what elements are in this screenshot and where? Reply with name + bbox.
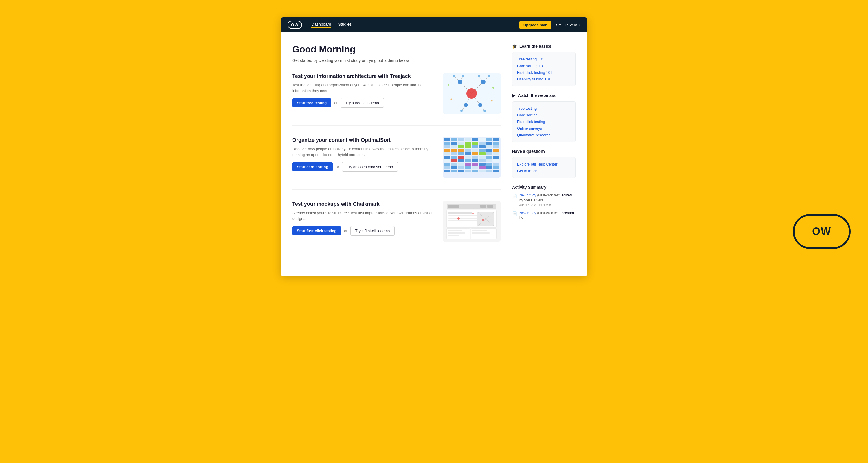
link-first-click-testing-101[interactable]: First-click testing 101 (517, 69, 571, 76)
link-first-click-testing-webinar[interactable]: First-click testing (517, 118, 571, 125)
ow-logo-large-text: OW (812, 225, 831, 238)
link-card-sorting-101[interactable]: Card sorting 101 (517, 62, 571, 69)
try-first-click-demo-button[interactable]: Try a first-click demo (350, 226, 395, 236)
link-usability-testing-101[interactable]: Usability testing 101 (517, 76, 571, 83)
study-card-treejack: Test your information architecture with … (292, 73, 500, 126)
svg-point-25 (491, 100, 493, 101)
play-icon: ▶ (512, 93, 515, 98)
or-text-optimalsort: or (336, 165, 339, 169)
activity-item-1-link[interactable]: New Study (519, 193, 536, 197)
learn-basics-title: 🎓 Learn the basics (512, 44, 576, 49)
optimalsort-image (443, 137, 500, 178)
link-tree-testing-101[interactable]: Tree testing 101 (517, 56, 571, 62)
activity-item-2-type: (First-click test) (537, 211, 560, 215)
svg-point-12 (458, 80, 462, 84)
activity-item-2-by: by (519, 216, 523, 220)
svg-rect-45 (472, 233, 490, 234)
svg-point-13 (481, 80, 486, 84)
activity-item-2-link[interactable]: New Study (519, 211, 536, 215)
user-menu[interactable]: Stel De Vera ▾ (556, 23, 580, 27)
svg-rect-32 (448, 212, 472, 214)
webinars-title: ▶ Watch the webinars (512, 93, 576, 98)
start-tree-testing-button[interactable]: Start tree testing (292, 98, 331, 107)
svg-point-16 (453, 75, 456, 77)
study-actions-treejack: Start tree testing or Try a tree test de… (292, 98, 436, 107)
start-card-sorting-button[interactable]: Start card sorting (292, 162, 333, 171)
svg-rect-41 (448, 233, 465, 234)
svg-point-23 (492, 87, 494, 89)
study-actions-chalkmark: Start first-click testing or Try a first… (292, 226, 436, 236)
activity-item-2-action: created (562, 211, 574, 215)
start-first-click-testing-button[interactable]: Start first-click testing (292, 226, 341, 235)
browser-window: OW Dashboard Studies Upgrade plan Stel D… (281, 18, 587, 276)
page-subtitle: Get started by creating your first study… (292, 58, 500, 63)
study-title-treejack: Test your information architecture with … (292, 73, 436, 79)
svg-rect-29 (480, 205, 486, 208)
activity-item-2: 📄 New Study (First-click test) created b… (512, 211, 576, 220)
study-card-chalkmark: Test your mockups with Chalkmark Already… (292, 201, 500, 253)
page-title: Good Morning (292, 44, 500, 55)
question-box: Explore our Help Center Get in touch (512, 157, 576, 178)
svg-point-46 (458, 217, 460, 220)
chevron-down-icon: ▾ (579, 24, 580, 27)
study-card-treejack-info: Test your information architecture with … (292, 73, 436, 107)
try-tree-test-demo-button[interactable]: Try a tree test demo (341, 98, 384, 107)
study-desc-chalkmark: Already nailed your site structure? Test… (292, 210, 436, 221)
document-icon-1: 📄 (512, 193, 517, 207)
activity-item-1-text: New Study (First-click test) edited by S… (519, 193, 576, 207)
activity-item-1-time: Jun 17, 2021 11:49am (519, 203, 576, 207)
link-online-surveys-webinar[interactable]: Online surveys (517, 125, 571, 132)
learn-basics-section: 🎓 Learn the basics Tree testing 101 Card… (512, 44, 576, 86)
study-card-chalkmark-info: Test your mockups with Chalkmark Already… (292, 201, 436, 236)
document-icon-2: 📄 (512, 211, 517, 220)
link-tree-testing-webinar[interactable]: Tree testing (517, 105, 571, 112)
question-section: Have a question? Explore our Help Center… (512, 149, 576, 178)
activity-section: Activity Summary 📄 New Study (First-clic… (512, 185, 576, 220)
study-title-chalkmark: Test your mockups with Chalkmark (292, 201, 436, 207)
right-column: 🎓 Learn the basics Tree testing 101 Card… (512, 44, 576, 265)
chalkmark-diagram (443, 201, 500, 242)
svg-rect-40 (448, 230, 462, 231)
svg-point-21 (484, 110, 486, 112)
link-get-in-touch[interactable]: Get in touch (517, 167, 571, 174)
upgrade-button[interactable]: Upgrade plan (519, 21, 552, 29)
svg-point-18 (478, 75, 480, 77)
activity-item-1-action: edited (562, 193, 572, 197)
svg-point-11 (466, 88, 477, 99)
activity-item-1-type: (First-click test) (537, 193, 560, 197)
study-desc-optimalsort: Discover how people organize your conten… (292, 146, 436, 157)
study-title-optimalsort: Organize your content with OptimalSort (292, 137, 436, 143)
card-sort-diagram (443, 137, 500, 178)
nav-studies[interactable]: Studies (338, 22, 352, 28)
left-column: Good Morning Get started by creating you… (292, 44, 500, 265)
study-card-optimalsort-info: Organize your content with OptimalSort D… (292, 137, 436, 172)
link-card-sorting-webinar[interactable]: Card sorting (517, 112, 571, 118)
tree-diagram (443, 73, 500, 114)
svg-point-19 (488, 75, 490, 77)
svg-point-48 (482, 219, 484, 221)
svg-point-22 (447, 84, 450, 86)
svg-rect-42 (448, 235, 460, 236)
svg-rect-34 (448, 218, 477, 219)
activity-item-1: 📄 New Study (First-click test) edited by… (512, 193, 576, 207)
or-text-chalkmark: or (344, 228, 347, 233)
svg-point-47 (472, 213, 474, 214)
study-desc-treejack: Test the labelling and organization of y… (292, 82, 436, 93)
svg-point-15 (478, 103, 482, 107)
svg-rect-30 (487, 205, 493, 208)
try-card-sort-demo-button[interactable]: Try an open card sort demo (342, 162, 398, 172)
svg-rect-28 (448, 205, 460, 208)
svg-point-17 (462, 75, 464, 77)
nav-dashboard[interactable]: Dashboard (311, 22, 331, 28)
navbar: OW Dashboard Studies Upgrade plan Stel D… (281, 18, 587, 32)
ow-logo-large: OW (793, 214, 850, 249)
svg-point-20 (460, 110, 463, 112)
svg-point-14 (464, 103, 468, 107)
link-qualitative-research-webinar[interactable]: Qualitative research (517, 132, 571, 138)
link-help-center[interactable]: Explore our Help Center (517, 161, 571, 167)
learn-basics-box: Tree testing 101 Card sorting 101 First-… (512, 52, 576, 86)
question-title: Have a question? (512, 149, 576, 154)
webinars-section: ▶ Watch the webinars Tree testing Card s… (512, 93, 576, 142)
nav-links: Dashboard Studies (311, 22, 510, 28)
activity-item-2-text: New Study (First-click test) created by (519, 211, 576, 220)
